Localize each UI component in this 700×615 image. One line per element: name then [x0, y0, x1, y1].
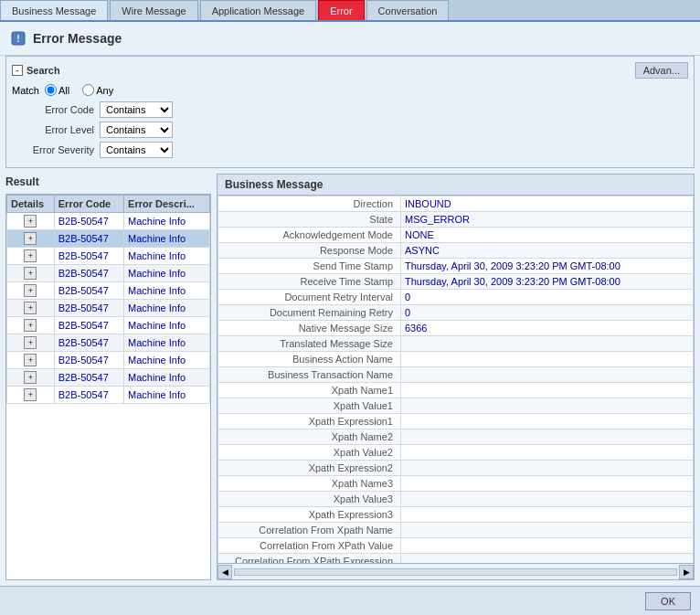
radio-any[interactable]: Any — [82, 84, 113, 96]
detail-row: StateMSG_ERROR — [218, 212, 694, 228]
scroll-right-button[interactable]: ▶ — [679, 565, 694, 579]
expand-cell[interactable]: + — [7, 352, 55, 369]
detail-row: Correlation From Xpath Name — [218, 523, 694, 538]
search-toggle[interactable]: - Search — [12, 65, 60, 76]
detail-row: Xpath Expression3 — [218, 507, 694, 523]
radio-all-input[interactable] — [45, 84, 57, 96]
table-row[interactable]: +B2B-50547Machine Info — [7, 282, 210, 300]
error-code-cell: B2B-50547 — [54, 282, 123, 300]
detail-row: Xpath Value1 — [218, 398, 694, 414]
ok-button[interactable]: OK — [645, 592, 691, 610]
detail-row: Business Action Name — [218, 352, 694, 367]
table-row[interactable]: +B2B-50547Machine Info — [7, 317, 210, 334]
result-panel: Result Details Error Code Error Descri..… — [5, 174, 211, 580]
expand-icon[interactable]: + — [24, 302, 37, 314]
col-header-details: Details — [7, 196, 55, 213]
expand-icon[interactable]: + — [24, 354, 37, 366]
expand-cell[interactable]: + — [7, 248, 55, 265]
field-value: NONE — [401, 228, 694, 243]
expand-cell[interactable]: + — [7, 213, 55, 230]
detail-row: Native Message Size6366 — [218, 321, 694, 336]
expand-cell[interactable]: + — [7, 387, 55, 404]
expand-cell[interactable]: + — [7, 317, 55, 334]
expand-icon[interactable]: + — [24, 319, 37, 332]
field-value — [401, 523, 694, 538]
error-desc-cell: Machine Info — [124, 213, 210, 230]
field-label: Send Time Stamp — [218, 259, 401, 274]
body-area: Result Details Error Code Error Descri..… — [0, 174, 700, 586]
field-value — [401, 445, 694, 461]
detail-scroll[interactable]: DirectionINBOUNDStateMSG_ERRORAcknowledg… — [217, 196, 694, 563]
error-level-label: Error Level — [12, 124, 94, 135]
field-value — [401, 414, 694, 429]
search-section: - Search Advan... Match All Any — [5, 56, 695, 168]
svg-text:!: ! — [16, 34, 19, 44]
table-row[interactable]: +B2B-50547Machine Info — [7, 369, 210, 387]
radio-any-input[interactable] — [82, 84, 94, 96]
table-row[interactable]: +B2B-50547Machine Info — [7, 213, 210, 230]
error-severity-select[interactable]: Contains Equals Starts With Ends With — [100, 142, 173, 158]
field-value — [401, 492, 694, 507]
expand-cell[interactable]: + — [7, 369, 55, 387]
detail-row: Xpath Name2 — [218, 429, 694, 445]
tab-wire-message[interactable]: Wire Message — [110, 0, 197, 20]
expand-icon[interactable]: + — [24, 284, 37, 297]
detail-row: Xpath Value2 — [218, 445, 694, 461]
main-area: ! Error Message - Search Advan... Match … — [0, 22, 700, 615]
field-value — [401, 352, 694, 367]
scroll-left-button[interactable]: ◀ — [217, 565, 232, 579]
detail-row: Translated Message Size — [218, 336, 694, 352]
expand-icon[interactable]: + — [24, 371, 37, 384]
table-row[interactable]: +B2B-50547Machine Info — [7, 387, 210, 404]
tab-business-message[interactable]: Business Message — [0, 0, 108, 20]
radio-all[interactable]: All — [45, 84, 69, 96]
expand-icon[interactable]: + — [24, 267, 37, 280]
field-label: Correlation From XPath Value — [218, 538, 401, 554]
table-row[interactable]: +B2B-50547Machine Info — [7, 334, 210, 352]
field-label: Correlation From Xpath Name — [218, 523, 401, 538]
detail-header: Business Message — [217, 175, 694, 196]
advanced-button[interactable]: Advan... — [635, 62, 688, 79]
detail-row: Response ModeASYNC — [218, 243, 694, 259]
tab-application-message[interactable]: Application Message — [200, 0, 317, 20]
error-level-select[interactable]: Contains Equals Starts With Ends With — [100, 122, 173, 138]
expand-cell[interactable]: + — [7, 265, 55, 282]
detail-panel: Business Message DirectionINBOUNDStateMS… — [217, 174, 695, 580]
field-label: Translated Message Size — [218, 336, 401, 352]
expand-cell[interactable]: + — [7, 300, 55, 317]
error-code-cell: B2B-50547 — [54, 369, 123, 387]
field-label: Xpath Name2 — [218, 429, 401, 445]
expand-cell[interactable]: + — [7, 230, 55, 248]
tab-conversation[interactable]: Conversation — [366, 0, 450, 20]
expand-icon[interactable]: + — [24, 215, 37, 228]
error-code-cell: B2B-50547 — [54, 387, 123, 404]
table-row[interactable]: +B2B-50547Machine Info — [7, 265, 210, 282]
field-value: 0 — [401, 305, 694, 321]
error-desc-cell: Machine Info — [124, 387, 210, 404]
error-desc-cell: Machine Info — [124, 282, 210, 300]
error-desc-cell: Machine Info — [124, 300, 210, 317]
field-label: Document Retry Interval — [218, 290, 401, 305]
horizontal-scrollbar[interactable]: ◀ ▶ — [217, 563, 694, 579]
match-radio-group: All Any — [45, 84, 119, 96]
table-row[interactable]: +B2B-50547Machine Info — [7, 230, 210, 248]
field-value — [401, 461, 694, 476]
error-severity-row: Error Severity Contains Equals Starts Wi… — [12, 142, 688, 158]
detail-row: Correlation From XPath Expression — [218, 554, 694, 564]
expand-icon[interactable]: + — [24, 388, 37, 401]
expand-icon[interactable]: + — [24, 336, 37, 349]
table-row[interactable]: +B2B-50547Machine Info — [7, 248, 210, 265]
table-row[interactable]: +B2B-50547Machine Info — [7, 352, 210, 369]
error-code-cell: B2B-50547 — [54, 352, 123, 369]
error-code-select[interactable]: Contains Equals Starts With Ends With — [100, 101, 173, 118]
expand-cell[interactable]: + — [7, 334, 55, 352]
error-desc-cell: Machine Info — [124, 352, 210, 369]
tab-error[interactable]: Error — [318, 0, 364, 20]
expand-cell[interactable]: + — [7, 282, 55, 300]
table-row[interactable]: +B2B-50547Machine Info — [7, 300, 210, 317]
scroll-track[interactable] — [234, 568, 677, 576]
expand-icon[interactable]: + — [24, 249, 37, 262]
search-collapse-icon[interactable]: - — [12, 65, 23, 76]
expand-icon[interactable]: + — [24, 232, 37, 245]
field-value: INBOUND — [401, 196, 694, 212]
